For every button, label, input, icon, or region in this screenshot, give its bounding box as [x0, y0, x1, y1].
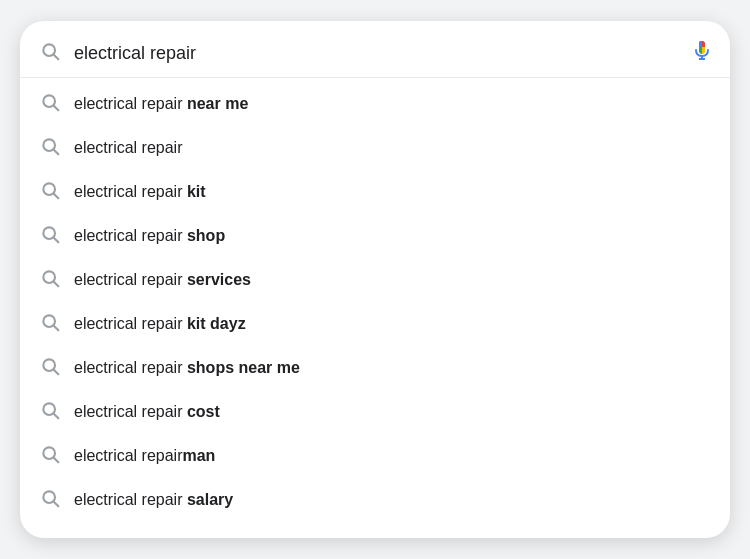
suggestion-search-icon: [40, 444, 60, 468]
mic-icon[interactable]: [690, 39, 714, 67]
svg-line-9: [54, 106, 59, 111]
suggestions-list: electrical repair near me electrical rep…: [20, 82, 730, 522]
suggestion-search-icon: [40, 224, 60, 248]
suggestion-item-0[interactable]: electrical repair near me: [20, 82, 730, 126]
suggestion-text: electrical repair shops near me: [74, 359, 300, 377]
svg-line-17: [54, 282, 59, 287]
suggestion-item-4[interactable]: electrical repair services: [20, 258, 730, 302]
suggestion-text: electrical repair salary: [74, 491, 233, 509]
search-icon: [40, 41, 60, 65]
suggestion-search-icon: [40, 400, 60, 424]
search-dropdown: electrical repair near me electrical rep…: [20, 21, 730, 538]
suggestion-text: electrical repair services: [74, 271, 251, 289]
svg-line-23: [54, 414, 59, 419]
suggestion-item-1[interactable]: electrical repair: [20, 126, 730, 170]
suggestion-text: electrical repair shop: [74, 227, 225, 245]
svg-line-1: [54, 55, 59, 60]
suggestion-text: electrical repair kit dayz: [74, 315, 246, 333]
svg-line-27: [54, 502, 59, 507]
svg-line-19: [54, 326, 59, 331]
svg-line-13: [54, 194, 59, 199]
suggestion-text: electrical repair kit: [74, 183, 206, 201]
suggestion-text: electrical repairman: [74, 447, 215, 465]
suggestion-search-icon: [40, 268, 60, 292]
suggestion-search-icon: [40, 92, 60, 116]
suggestion-search-icon: [40, 136, 60, 160]
suggestion-search-icon: [40, 312, 60, 336]
suggestion-item-7[interactable]: electrical repair cost: [20, 390, 730, 434]
suggestion-item-2[interactable]: electrical repair kit: [20, 170, 730, 214]
suggestion-search-icon: [40, 180, 60, 204]
suggestion-text: electrical repair: [74, 139, 182, 157]
svg-line-25: [54, 458, 59, 463]
suggestion-item-5[interactable]: electrical repair kit dayz: [20, 302, 730, 346]
suggestion-item-9[interactable]: electrical repair salary: [20, 478, 730, 522]
svg-line-15: [54, 238, 59, 243]
search-bar: [20, 29, 730, 78]
suggestion-text: electrical repair cost: [74, 403, 220, 421]
svg-line-21: [54, 370, 59, 375]
suggestion-item-8[interactable]: electrical repairman: [20, 434, 730, 478]
suggestion-search-icon: [40, 488, 60, 512]
search-input[interactable]: [74, 43, 674, 64]
suggestion-search-icon: [40, 356, 60, 380]
suggestion-item-6[interactable]: electrical repair shops near me: [20, 346, 730, 390]
svg-line-11: [54, 150, 59, 155]
suggestion-text: electrical repair near me: [74, 95, 248, 113]
suggestion-item-3[interactable]: electrical repair shop: [20, 214, 730, 258]
